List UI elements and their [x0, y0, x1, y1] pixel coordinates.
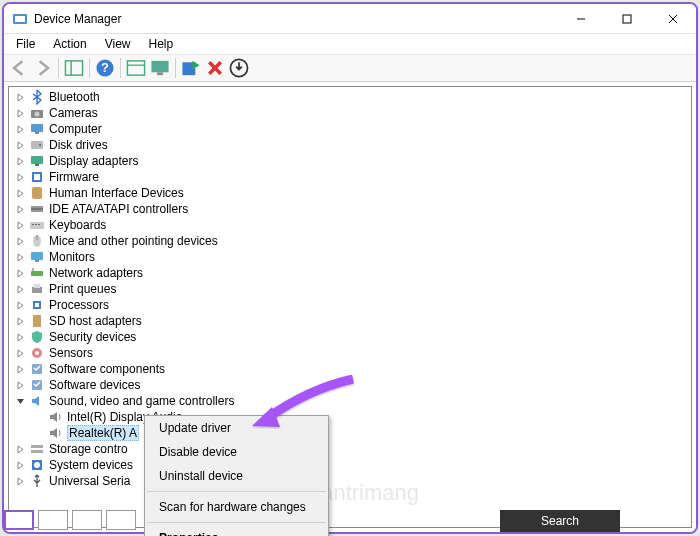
tree-item[interactable]: Software devices [9, 377, 691, 393]
tree-item[interactable]: Security devices [9, 329, 691, 345]
context-menu: Update driverDisable deviceUninstall dev… [144, 415, 329, 536]
menu-view[interactable]: View [97, 35, 139, 53]
usb-icon [29, 473, 45, 489]
tree-expand-icon[interactable] [13, 202, 27, 216]
monitor-check-button[interactable] [149, 57, 171, 79]
tree-item[interactable]: Network adapters [9, 265, 691, 281]
svg-rect-37 [31, 271, 43, 276]
tree-expand-icon[interactable] [13, 458, 27, 472]
sensor-icon [29, 345, 45, 361]
context-item[interactable]: Disable device [145, 440, 328, 464]
svg-point-50 [34, 462, 40, 468]
thumbnail[interactable] [4, 510, 34, 530]
svg-rect-48 [31, 450, 43, 453]
thumbnail[interactable] [38, 510, 68, 530]
tree-item[interactable]: Bluetooth [9, 89, 691, 105]
tree-item[interactable]: Realtek(R) A [9, 425, 691, 441]
maximize-button[interactable] [604, 4, 650, 34]
tree-expand-icon[interactable] [13, 218, 27, 232]
tree-label: Security devices [49, 330, 136, 344]
tree-item[interactable]: Cameras [9, 105, 691, 121]
forward-button[interactable] [32, 57, 54, 79]
tree-item[interactable]: Processors [9, 297, 691, 313]
tree-expand-icon[interactable] [13, 298, 27, 312]
tree-item[interactable]: SD host adapters [9, 313, 691, 329]
tree-expand-icon[interactable] [13, 346, 27, 360]
tree-item[interactable]: Intel(R) Display Audio [9, 409, 691, 425]
svg-point-21 [39, 144, 41, 146]
tree-label: Universal Seria [49, 474, 130, 488]
tree-item[interactable]: Mice and other pointing devices [9, 233, 691, 249]
tree-item[interactable]: Human Interface Devices [9, 185, 691, 201]
tree-item[interactable]: Sound, video and game controllers [9, 393, 691, 409]
back-button[interactable] [8, 57, 30, 79]
tree-item[interactable]: Firmware [9, 169, 691, 185]
monitor-icon [29, 249, 45, 265]
tree-expand-icon[interactable] [13, 266, 27, 280]
help-button[interactable]: ? [94, 57, 116, 79]
sound-icon [29, 393, 45, 409]
tree-item[interactable]: Software components [9, 361, 691, 377]
disk-icon [29, 137, 45, 153]
tree-expand-icon[interactable] [13, 106, 27, 120]
context-item[interactable]: Properties [145, 526, 328, 536]
tree-expand-icon[interactable] [13, 330, 27, 344]
device-tree[interactable]: BluetoothCamerasComputerDisk drivesDispl… [8, 86, 692, 528]
display-icon [29, 153, 45, 169]
tree-expand-icon[interactable] [13, 170, 27, 184]
tree-expand-icon[interactable] [13, 154, 27, 168]
tree-expand-icon[interactable] [13, 474, 27, 488]
tree-label: Human Interface Devices [49, 186, 184, 200]
tree-label: Software devices [49, 378, 140, 392]
context-item[interactable]: Update driver [145, 416, 328, 440]
system-icon [29, 457, 45, 473]
tree-expand-icon[interactable] [13, 314, 27, 328]
menu-help[interactable]: Help [141, 35, 182, 53]
svg-rect-32 [38, 224, 40, 225]
tree-item[interactable]: Computer [9, 121, 691, 137]
context-item[interactable]: Scan for hardware changes [145, 495, 328, 519]
tree-item[interactable]: Storage contro [9, 441, 691, 457]
columns-button[interactable] [125, 57, 147, 79]
svg-rect-25 [34, 174, 40, 180]
tree-item[interactable]: IDE ATA/ATAPI controllers [9, 201, 691, 217]
tree-expand-icon[interactable] [13, 282, 27, 296]
tree-expand-icon[interactable] [13, 234, 27, 248]
menu-action[interactable]: Action [45, 35, 94, 53]
tree-expand-icon[interactable] [13, 362, 27, 376]
hid-icon [29, 185, 45, 201]
disable-button[interactable] [204, 57, 226, 79]
menu-file[interactable]: File [8, 35, 43, 53]
tree-expand-icon[interactable] [13, 378, 27, 392]
tree-item[interactable]: Disk drives [9, 137, 691, 153]
thumbnail[interactable] [72, 510, 102, 530]
tree-expand-icon[interactable] [13, 442, 27, 456]
close-button[interactable] [650, 4, 696, 34]
tree-item[interactable]: Print queues [9, 281, 691, 297]
tree-item[interactable]: System devices [9, 457, 691, 473]
tree-expand-icon[interactable] [13, 250, 27, 264]
tree-expand-icon[interactable] [13, 394, 27, 408]
tree-expand-icon[interactable] [13, 90, 27, 104]
tree-item[interactable]: Keyboards [9, 217, 691, 233]
firmware-icon [29, 169, 45, 185]
tree-item[interactable]: Monitors [9, 249, 691, 265]
tree-item[interactable]: Display adapters [9, 153, 691, 169]
update-driver-button[interactable] [228, 57, 250, 79]
scan-hardware-button[interactable] [180, 57, 202, 79]
software-icon [29, 377, 45, 393]
tree-item[interactable]: Universal Seria [9, 473, 691, 489]
tree-expand-icon[interactable] [13, 138, 27, 152]
svg-rect-19 [35, 132, 39, 134]
tree-expand-icon[interactable] [13, 122, 27, 136]
minimize-button[interactable] [558, 4, 604, 34]
show-hide-tree-button[interactable] [63, 57, 85, 79]
tree-item[interactable]: Sensors [9, 345, 691, 361]
context-item[interactable]: Uninstall device [145, 464, 328, 488]
tree-expand-icon[interactable] [13, 186, 27, 200]
context-separator [147, 522, 326, 523]
tree-label: Firmware [49, 170, 99, 184]
svg-rect-12 [151, 61, 168, 72]
search-button[interactable]: Search [500, 510, 620, 532]
thumbnail[interactable] [106, 510, 136, 530]
